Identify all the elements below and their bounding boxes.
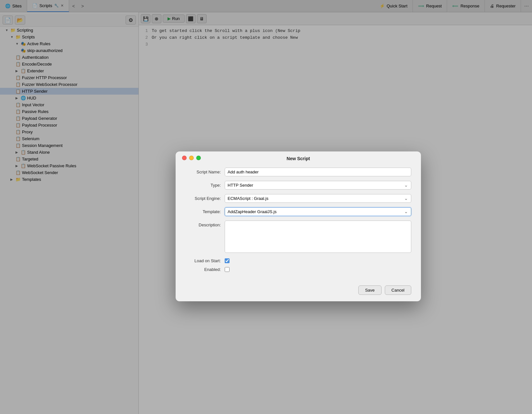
engine-select-wrapper: ECMAScript : Graal.js Kotlin Groovy Ruby [225, 194, 411, 203]
save-dialog-button[interactable]: Save [358, 285, 382, 295]
script-name-control [225, 168, 411, 176]
traffic-lights [182, 156, 201, 160]
dialog-title: New Script [287, 156, 310, 161]
description-control [225, 221, 411, 254]
description-label: Description: [185, 221, 221, 227]
template-row: Template: AddZapHeader GraalJS.js AddZap… [185, 207, 411, 216]
description-input[interactable] [225, 221, 411, 253]
template-label: Template: [185, 207, 221, 214]
template-control: AddZapHeader GraalJS.js AddZapHeader.js … [225, 207, 411, 216]
engine-control: ECMAScript : Graal.js Kotlin Groovy Ruby [225, 194, 411, 203]
script-name-input[interactable] [225, 168, 411, 176]
dialog-footer: Save Cancel [176, 282, 421, 301]
dialog-body: Script Name: Type: HTTP Sender Authentic… [176, 164, 421, 282]
type-select-wrapper: HTTP Sender Authentication Encode/Decode… [225, 181, 411, 190]
type-select[interactable]: HTTP Sender Authentication Encode/Decode… [225, 181, 411, 190]
enabled-label: Enabled: [185, 267, 221, 272]
close-button[interactable] [182, 156, 187, 160]
maximize-button[interactable] [196, 156, 201, 160]
dialog-titlebar: New Script [176, 151, 421, 164]
load-on-start-row: Load on Start: [185, 258, 411, 263]
modal-overlay: New Script Script Name: Type: HTTP Sende… [0, 0, 532, 414]
template-select-wrapper: AddZapHeader GraalJS.js AddZapHeader.js … [225, 207, 411, 216]
engine-label: Script Engine: [185, 194, 221, 201]
script-name-row: Script Name: [185, 168, 411, 176]
enabled-row: Enabled: [185, 267, 411, 272]
type-label: Type: [185, 181, 221, 188]
template-select[interactable]: AddZapHeader GraalJS.js AddZapHeader.js … [225, 207, 411, 216]
enabled-checkbox[interactable] [225, 267, 230, 272]
type-row: Type: HTTP Sender Authentication Encode/… [185, 181, 411, 190]
engine-select[interactable]: ECMAScript : Graal.js Kotlin Groovy Ruby [225, 194, 411, 203]
script-name-label: Script Name: [185, 168, 221, 174]
load-on-start-checkbox[interactable] [225, 258, 230, 263]
engine-row: Script Engine: ECMAScript : Graal.js Kot… [185, 194, 411, 203]
cancel-dialog-button[interactable]: Cancel [385, 285, 411, 295]
new-script-dialog: New Script Script Name: Type: HTTP Sende… [176, 151, 421, 301]
type-control: HTTP Sender Authentication Encode/Decode… [225, 181, 411, 190]
description-row: Description: [185, 221, 411, 254]
load-on-start-label: Load on Start: [185, 258, 221, 263]
minimize-button[interactable] [189, 156, 194, 160]
